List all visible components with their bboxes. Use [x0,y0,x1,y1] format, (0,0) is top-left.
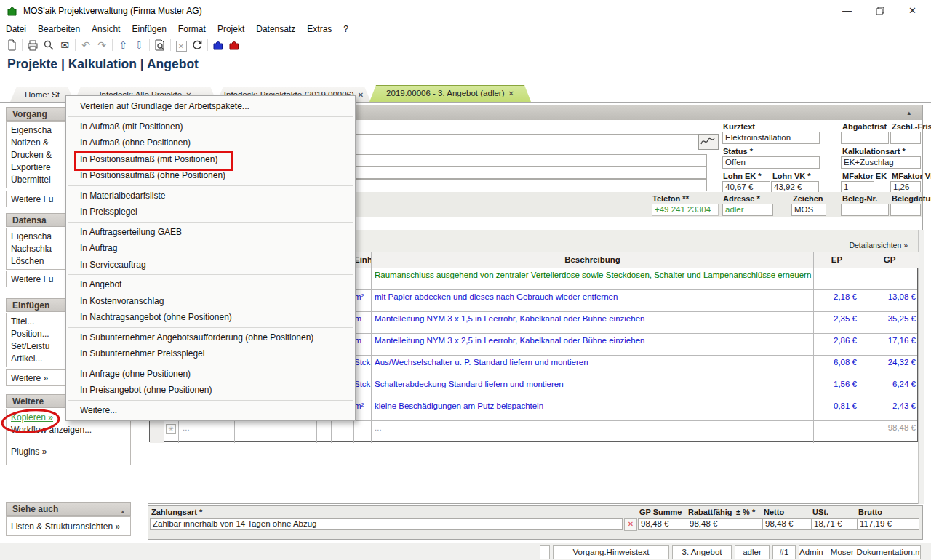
brutto-field: 117,19 € [857,518,919,530]
menu-item-positionsaufmass-mit[interactable]: In Positionsaufmaß (mit Positionen) [66,151,355,168]
toolbar: ✉ ↶ ↷ ⇧ ⇩ ✕ [0,36,931,55]
rabattfaehig-label: Rabattfähig [688,508,732,516]
move-down-icon[interactable]: ⇩ [131,38,147,52]
status-field[interactable]: Offen [722,156,820,169]
menu-item-kostenvoranschlag[interactable]: In Kostenvoranschlag [66,293,355,310]
abgabefrist-label: Abgabefrist [842,122,887,131]
menu-item-sub-angebotsaufforderung[interactable]: In Subunternehmer Angebotsaufforderung (… [66,329,355,346]
menu-einfuegen[interactable]: Einfügen [126,23,172,34]
formula-editor-button[interactable] [698,134,719,150]
plugin-blue-icon[interactable] [210,38,226,52]
tab-close-icon[interactable]: ✕ [505,89,514,97]
minimize-button[interactable]: — [831,0,863,22]
header-einh[interactable]: Einh [354,252,372,268]
menu-item-aufmass-mit[interactable]: In Aufmaß (mit Positionen) [66,119,355,135]
menu-extras[interactable]: Extras [301,23,337,34]
new-row-icon: ✳ [166,424,176,434]
panel-header-siehe-auch[interactable]: Siehe auch▴ [6,502,131,516]
abgabefrist-field[interactable] [841,132,889,144]
belegdatum-field[interactable] [890,204,921,216]
redo-icon[interactable]: ↷ [94,38,110,52]
page-title: Projekte | Kalkulation | Angebot [7,57,199,72]
ust-label: USt. [812,508,828,516]
menu-projekt[interactable]: Projekt [212,23,250,34]
restore-button[interactable] [863,0,896,22]
menu-item-materialbedarfsliste[interactable]: In Materialbedarfsliste [66,188,355,204]
refresh-icon[interactable] [189,38,205,52]
menu-item-sub-preisspiegel[interactable]: In Subunternehmer Preisspiegel [66,345,355,362]
highlight-ellipse [0,404,65,438]
highlight-box [74,151,233,171]
kurztext-field[interactable]: Elektroinstallation [722,132,820,144]
cancel-icon[interactable]: ✕ [173,38,189,52]
zeichen-field[interactable]: MOS [791,204,826,216]
print-icon[interactable] [25,38,41,52]
menu-item-nachtragsangebot[interactable]: In Nachtragsangebot (ohne Positionen) [66,309,355,326]
header-beschreibung[interactable]: Beschreibung [372,252,814,268]
status-cell-hinweistext: Vorgang.Hinweistext [553,545,669,559]
collapse-arrow-icon[interactable]: ▴ [907,109,911,116]
table-new-row[interactable]: ✳ ... ... 98,48 € [150,421,917,443]
pct-field[interactable] [735,518,762,530]
menu-item-auftragserteilung-gaeb[interactable]: In Auftragserteilung GAEB [66,224,355,241]
menu-item-anfrage[interactable]: In Anfrage (ohne Positionen) [66,366,355,383]
belegdatum-label: Belegdatum [892,194,931,203]
menu-datei[interactable]: Datei [0,23,32,34]
sidebar-item-listen-strukturansichten[interactable]: Listen & Strukturansichten » [7,519,130,534]
clear-payment-icon[interactable]: ✕ [624,518,637,531]
app-window: MOS'aik Projektverwaltung (Firma Muster … [0,0,931,560]
menu-help[interactable]: ? [337,23,354,34]
telefon-field[interactable]: +49 241 23304 [652,204,719,216]
menu-item-weitere[interactable]: Weitere... [66,402,355,419]
menu-separator [68,222,353,223]
beleg-nr-field[interactable] [841,204,889,216]
tab-home[interactable]: Home: St [10,87,74,102]
menu-ansicht[interactable]: Ansicht [86,23,126,34]
kalkulationsart-field[interactable]: EK+Zuschlag [841,156,921,169]
header-gp[interactable]: GP [860,252,919,268]
menu-datensatz[interactable]: Datensatz [250,23,301,34]
menu-item-auftrag[interactable]: In Auftrag [66,240,355,257]
menu-format[interactable]: Format [172,23,212,34]
zschl-frist-label: Zschl.-Frist [892,122,931,131]
mfaktor-vk-label: MFaktor VK [892,172,931,180]
close-button[interactable]: ✕ [896,0,929,22]
move-up-icon[interactable]: ⇧ [115,38,131,52]
menu-bearbeiten[interactable]: Bearbeiten [32,23,86,34]
menu-separator [68,274,353,275]
print-preview-icon[interactable] [41,38,57,52]
title-bar: MOS'aik Projektverwaltung (Firma Muster … [0,0,931,22]
plugin-red-icon[interactable] [226,38,242,52]
app-puzzle-icon [7,5,18,17]
email-icon[interactable]: ✉ [57,38,73,52]
tab-angebot-active[interactable]: 2019.00006 - 3. Angebot (adler)✕ [369,85,531,102]
status-cell-adresse: adler [735,545,770,559]
report-preview-icon[interactable] [152,38,168,52]
menu-item-aufmass-ohne[interactable]: In Aufmaß (ohne Positionen) [66,135,355,151]
status-bar: Vorgang.Hinweistext 3. Angebot adler #1 … [0,543,931,560]
kalkulationsart-label: Kalkulationsart * [842,147,906,156]
rabattfaehig-field: 98,48 € [687,518,736,530]
adresse-field[interactable]: adler [722,204,773,216]
zahlungsart-field[interactable]: Zahlbar innerhalb von 14 Tagen ohne Abzu… [150,518,623,530]
detailansichten-link[interactable]: Detailansichten » [849,241,908,249]
vertical-scrollbar[interactable] [918,230,924,504]
zschl-frist-field[interactable] [890,132,921,144]
gp-summe-field: 98,48 € [638,518,687,530]
menu-separator [68,185,353,186]
lohn-vk-label: Lohn VK * [772,172,811,180]
netto-label: Netto [764,508,784,516]
menu-item-serviceauftrag[interactable]: In Serviceauftrag [66,257,355,273]
menu-item-preisspiegel[interactable]: In Preisspiegel [66,204,355,220]
new-document-icon[interactable] [4,38,20,52]
menu-item-angebot[interactable]: In Angebot [66,276,355,293]
menu-item-verteilen[interactable]: Verteilen auf Grundlage der Arbeitspaket… [66,98,355,115]
undo-icon[interactable]: ↶ [78,38,94,52]
divider [9,439,127,439]
brutto-label: Brutto [858,508,882,516]
sidebar-item-plugins[interactable]: Plugins » [7,441,130,458]
header-ep[interactable]: EP [814,252,860,268]
telefon-label: Telefon ** [652,194,689,203]
menu-item-preisangebot[interactable]: In Preisangebot (ohne Positionen) [66,382,355,399]
kopieren-context-menu: Verteilen auf Grundlage der Arbeitspaket… [65,95,356,421]
